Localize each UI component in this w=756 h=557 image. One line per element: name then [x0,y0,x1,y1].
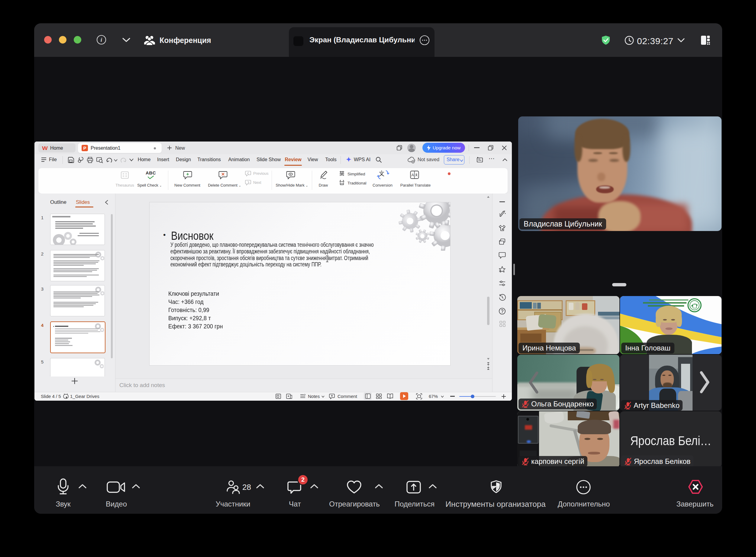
svg-text:A: A [412,173,414,177]
svg-text:i: i [101,37,102,43]
